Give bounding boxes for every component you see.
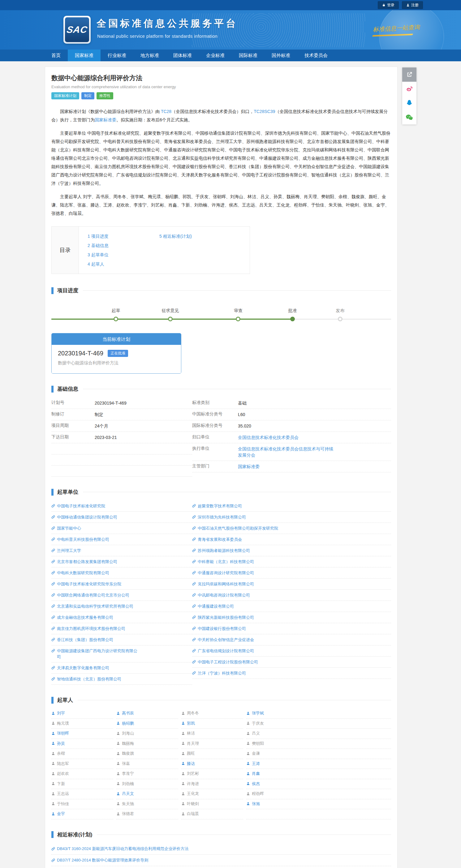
person-name: 肖鑫 xyxy=(252,771,260,776)
nav-item-7[interactable]: 国际标准 xyxy=(232,50,265,61)
unit-link[interactable]: 中国能源建设集团广西电力设计研究院有限公司 xyxy=(52,648,139,660)
person-icon xyxy=(116,782,120,786)
weibo-icon[interactable] xyxy=(402,82,417,96)
intro-inline-link[interactable]: TC28SC39 xyxy=(254,109,275,114)
info-label xyxy=(52,457,95,463)
unit-link[interactable]: 南京佳力图机房环境技术股份有限公司 xyxy=(52,626,125,631)
person-link[interactable]: 张学斌 xyxy=(246,710,264,716)
person-link[interactable]: 王涛 xyxy=(246,761,260,767)
toc-link-1[interactable]: 1 项目进度 xyxy=(88,231,159,241)
person-link[interactable]: 张朝晖 xyxy=(52,731,69,736)
unit-link[interactable]: 中讯邮电咨询设计院有限公司 xyxy=(192,592,250,598)
unit-link[interactable]: 天津易天数字化服务有限公司 xyxy=(52,665,109,671)
toc-link-4[interactable]: 4 起草人 xyxy=(88,259,159,269)
person-name: 许海进 xyxy=(187,781,199,786)
info-label: 标准类别 xyxy=(192,400,238,406)
wechat-icon[interactable] xyxy=(402,110,417,124)
related-standard-link[interactable]: DB43/T 3160-2024 新能源汽车废旧动力蓄电池综合利用规范企业评价方… xyxy=(52,846,189,851)
unit-link[interactable]: 中电科大数据研究院有限公司 xyxy=(52,570,109,576)
person-icon xyxy=(116,721,120,725)
intro-inline-link[interactable]: TC28 xyxy=(161,109,171,114)
nav-item-9[interactable]: 技术委员会 xyxy=(297,50,335,61)
person-cell: 李淮宁 xyxy=(116,769,178,779)
person-link[interactable]: 吕天文 xyxy=(116,791,134,797)
unit-link[interactable]: 兰州理工大学 xyxy=(52,548,81,554)
qq-icon[interactable] xyxy=(402,96,417,110)
unit-link[interactable]: 国家节能中心 xyxy=(52,525,81,531)
unit-link[interactable]: 香江科技（集团）股份有限公司 xyxy=(52,637,113,643)
person-link[interactable]: 刘宇 xyxy=(52,710,65,716)
person-link[interactable]: 张旭 xyxy=(246,801,260,807)
toc-link-5[interactable]: 5 相近标准(计划) xyxy=(159,231,231,241)
unit-link[interactable]: 中通服咨询设计研究院有限公司 xyxy=(192,570,254,576)
nav-item-2[interactable]: 国家标准 xyxy=(68,50,101,61)
info-value[interactable]: 全国信息技术标准化技术委员会 xyxy=(238,434,299,440)
person-link: 魏俊旗 xyxy=(116,751,134,756)
unit-link[interactable]: 广东省电信规划设计院有限公司 xyxy=(192,648,254,654)
info-label: 项目周期 xyxy=(52,423,95,429)
sac-logo[interactable]: SAC xyxy=(63,16,91,44)
person-link[interactable]: 杨绍鹏 xyxy=(116,721,134,726)
section-basicinfo-header: 基础信息 xyxy=(52,385,391,393)
unit-link[interactable]: 中关村协众创智信息产业促进会 xyxy=(192,637,254,643)
unit-link[interactable]: 成方金融信息技术服务有限公司 xyxy=(52,615,113,620)
person-link[interactable]: 滕达 xyxy=(181,761,195,767)
link-icon xyxy=(52,666,55,670)
unit-link[interactable]: 中国电子技术标准化研究院 xyxy=(52,503,105,509)
toc-link-2[interactable]: 2 基础信息 xyxy=(88,241,159,250)
unit-link[interactable]: 北京通和实益电信科学技术研究所有限公司 xyxy=(52,603,133,609)
unit-link[interactable]: 陕西紫光新能科技股份有限公司 xyxy=(192,615,254,620)
unit-link[interactable]: 智地信通科技（北京）股份有限公司 xyxy=(52,676,121,682)
person-cell: 刘海山 xyxy=(116,729,178,739)
tag-1: 国家标准计划 xyxy=(52,92,79,99)
intro-inline-link[interactable]: 国家标准委 xyxy=(95,117,116,122)
unit-link[interactable]: 中科赛能（北京）科技有限公司 xyxy=(192,559,254,565)
nav-item-5[interactable]: 团体标准 xyxy=(166,50,199,61)
share-icon[interactable] xyxy=(402,67,417,82)
toc-link-3[interactable]: 3 起草单位 xyxy=(88,250,159,259)
unit-link[interactable]: 中国石油天然气股份有限公司勘探开发研究院 xyxy=(192,525,278,531)
person-link[interactable]: 肖鑫 xyxy=(246,771,260,776)
unit-link[interactable]: 北京市首都公路发展集团有限公司 xyxy=(52,559,117,565)
person-icon xyxy=(181,782,185,786)
unit-link[interactable]: 青海省发展和改革委员会 xyxy=(192,536,242,542)
plan-card-header: 当前标准计划 xyxy=(52,333,181,345)
person-link[interactable]: 郭凯 xyxy=(181,721,195,726)
person-link: 肖天理 xyxy=(181,741,199,746)
unit-link[interactable]: 中国电子工程设计院股份有限公司 xyxy=(192,659,258,665)
related-standard-link[interactable]: DB37/T 2480-2014 数据中心能源管理效果评价导则 xyxy=(52,858,148,863)
person-link[interactable]: 侯杰 xyxy=(246,781,260,786)
person-cell: 刘劲楠 xyxy=(116,779,178,789)
person-name: 肖天理 xyxy=(187,741,199,746)
unit-link[interactable]: 苏州领跑者能源科技有限公司 xyxy=(192,548,250,554)
unit-link[interactable]: 中电科普天科技股份有限公司 xyxy=(52,536,109,542)
section-line xyxy=(83,290,391,291)
unit-name: 广东省电信规划设计院有限公司 xyxy=(198,648,254,654)
register-button[interactable]: 注册 xyxy=(402,1,423,9)
unit-link[interactable]: 中国联合网络通信有限公司北京市分公司 xyxy=(52,592,129,598)
nav-item-4[interactable]: 地方标准 xyxy=(133,50,166,61)
person-name: 刘宇 xyxy=(57,710,65,716)
person-link[interactable]: 孙昊 xyxy=(52,741,65,746)
unit-link[interactable]: 克拉玛依碳和网络科技有限公司 xyxy=(192,581,254,587)
timeline-dot xyxy=(168,317,173,321)
current-plan-card[interactable]: 当前标准计划 20230194-T-469 正在批准 数据中心能源综合利用评价方… xyxy=(52,333,181,374)
unit-name: 天津易天数字化服务有限公司 xyxy=(57,665,109,671)
nav-item-1[interactable]: 首页 xyxy=(44,50,68,61)
login-button[interactable]: 登录 xyxy=(378,1,399,9)
info-value[interactable]: 全国信息技术标准化技术委员会信息技术与可持续发展分会 xyxy=(238,446,335,458)
unit-link[interactable]: 中国电子技术标准化研究院华东分院 xyxy=(52,581,121,587)
nav-item-8[interactable]: 国外标准 xyxy=(265,50,297,61)
unit-link[interactable]: 兰洋（宁波）科技有限公司 xyxy=(192,670,246,676)
unit-link[interactable]: 中国建设银行股份有限公司 xyxy=(192,626,246,631)
unit-link[interactable]: 深圳市德为先科技有限公司 xyxy=(192,514,246,520)
nav-item-3[interactable]: 行业标准 xyxy=(101,50,133,61)
unit-link[interactable]: 中通服建设有限公司 xyxy=(192,603,234,609)
nav-item-6[interactable]: 企业标准 xyxy=(199,50,232,61)
person-link[interactable]: 金宇 xyxy=(52,811,65,816)
unit-link[interactable]: 超聚变数字技术有限公司 xyxy=(192,503,242,509)
unit-link[interactable]: 中国移动通信集团设计院有限公司 xyxy=(52,514,117,520)
info-value[interactable]: 国家标准委 xyxy=(238,463,260,470)
link-icon xyxy=(192,582,196,586)
person-link[interactable]: 高书辰 xyxy=(116,710,134,716)
